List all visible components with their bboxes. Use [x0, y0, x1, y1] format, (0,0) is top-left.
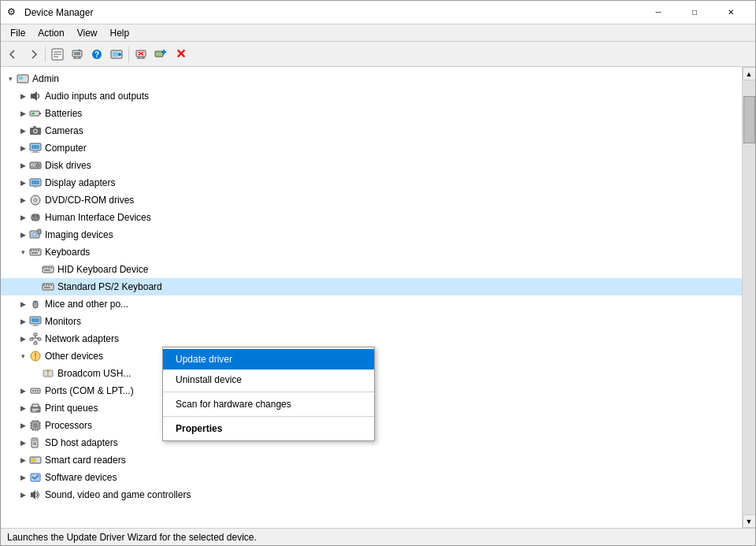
update-driver-button[interactable] — [68, 45, 87, 64]
tree-item-batteries[interactable]: ▶ Batteries — [1, 105, 742, 122]
uninstall-button[interactable] — [132, 45, 150, 64]
context-menu-scan-hardware[interactable]: Scan for hardware changes — [163, 394, 374, 414]
tree-item-software-devices[interactable]: ▶ Software devices — [1, 469, 742, 486]
maximize-button[interactable]: □ — [676, 1, 713, 24]
imaging-icon — [29, 228, 42, 241]
add-device-button[interactable] — [151, 45, 170, 64]
menu-action[interactable]: Action — [32, 26, 70, 40]
menu-view[interactable]: View — [71, 26, 104, 40]
scroll-thumb[interactable] — [743, 96, 755, 143]
tree-item-hid-keyboard[interactable]: ▶ HID Keyboard Device — [1, 261, 742, 278]
svg-rect-61 — [43, 267, 45, 269]
context-menu-properties[interactable]: Properties — [163, 418, 374, 439]
expand-network[interactable]: ▶ — [17, 332, 29, 345]
tree-item-cameras[interactable]: ▶ Cameras — [1, 122, 742, 139]
tree-view[interactable]: ▾ Admin ▶ Audio inputs and outputs ▶ — [1, 67, 742, 528]
expand-processors[interactable]: ▶ — [17, 419, 29, 432]
expand-sound-video[interactable]: ▶ — [17, 488, 29, 501]
tree-item-computer[interactable]: ▶ Computer — [1, 139, 742, 157]
tree-label-admin: Admin — [32, 73, 59, 84]
menu-file[interactable]: File — [4, 26, 32, 40]
toolbar-sep-2 — [128, 46, 129, 62]
expand-keyboards[interactable]: ▾ — [17, 246, 29, 258]
expand-software-devices[interactable]: ▶ — [17, 471, 29, 484]
tree-item-admin[interactable]: ▾ Admin — [1, 70, 742, 87]
expand-disk-drives[interactable]: ▶ — [17, 159, 29, 172]
expand-other-devices[interactable]: ▾ — [17, 350, 29, 362]
tree-item-dvd[interactable]: ▶ DVD/CD-ROM drives — [1, 191, 742, 209]
tree-item-disk-drives[interactable]: ▶ Disk drives — [1, 157, 742, 174]
sd-host-icon — [29, 436, 42, 449]
svg-rect-98 — [32, 410, 36, 411]
context-menu: Update driver Uninstall device Scan for … — [162, 347, 375, 441]
tree-item-network[interactable]: ▶ Network adapters — [1, 330, 742, 347]
window-controls: ─ □ ✕ — [640, 1, 749, 24]
minimize-button[interactable]: ─ — [640, 1, 676, 24]
svg-marker-122 — [31, 490, 35, 500]
expand-hid[interactable]: ▶ — [17, 211, 29, 224]
properties-button[interactable] — [48, 45, 67, 64]
scroll-track[interactable] — [743, 80, 756, 514]
expand-dvd[interactable]: ▶ — [17, 194, 29, 206]
tree-item-audio[interactable]: ▶ Audio inputs and outputs — [1, 87, 742, 105]
context-menu-uninstall-device[interactable]: Uninstall device — [163, 370, 374, 390]
status-bar: Launches the Update Driver Wizard for th… — [1, 528, 755, 545]
expand-computer[interactable]: ▶ — [17, 142, 29, 154]
expand-smart-card[interactable]: ▶ — [17, 454, 29, 466]
close-button[interactable]: ✕ — [713, 1, 749, 24]
svg-text:?: ? — [94, 50, 99, 59]
toolbar: ? — [1, 42, 755, 67]
back-button[interactable] — [4, 45, 23, 64]
svg-text:!: ! — [46, 369, 49, 377]
network-icon — [29, 332, 42, 345]
scroll-up-arrow[interactable]: ▲ — [743, 67, 756, 80]
expand-sd-host[interactable]: ▶ — [17, 436, 29, 449]
scrollbar[interactable]: ▲ ▼ — [742, 67, 755, 528]
context-menu-update-driver[interactable]: Update driver — [163, 349, 374, 370]
expand-cameras[interactable]: ▶ — [17, 124, 29, 137]
tree-label-ps2-keyboard: Standard PS/2 Keyboard — [57, 281, 162, 292]
svg-point-92 — [32, 390, 34, 392]
tree-label-sound-video: Sound, video and game controllers — [45, 489, 191, 500]
svg-rect-65 — [44, 269, 50, 271]
tree-item-ps2-keyboard[interactable]: ▶ Standard PS/2 Keyboard — [1, 278, 742, 295]
tree-item-keyboards[interactable]: ▾ Keyboards — [1, 243, 742, 261]
remove-device-button[interactable]: ✕ — [171, 45, 190, 64]
svg-rect-27 — [39, 113, 41, 114]
expand-display-adapters[interactable]: ▶ — [17, 176, 29, 189]
tree-label-sd-host: SD host adapters — [45, 437, 118, 448]
batteries-icon — [29, 107, 42, 120]
title-bar: ⚙ Device Manager ─ □ ✕ — [1, 1, 755, 24]
tree-item-hid[interactable]: ▶ Human Interface Devices — [1, 209, 742, 226]
scan-hardware-button[interactable] — [107, 45, 126, 64]
tree-item-smart-card[interactable]: ▶ Smart card readers — [1, 451, 742, 469]
svg-rect-55 — [31, 250, 32, 251]
expand-ports[interactable]: ▶ — [17, 384, 29, 397]
scroll-down-arrow[interactable]: ▼ — [743, 514, 756, 528]
svg-point-52 — [33, 233, 36, 236]
expand-mice[interactable]: ▶ — [17, 298, 29, 310]
tree-item-mice[interactable]: ▶ Mice and other po... — [1, 295, 742, 313]
expand-audio[interactable]: ▶ — [17, 90, 29, 102]
svg-rect-70 — [50, 284, 52, 286]
svg-rect-5 — [74, 52, 80, 55]
svg-rect-32 — [33, 126, 36, 128]
menu-help[interactable]: Help — [104, 26, 136, 40]
svg-rect-59 — [32, 252, 38, 254]
expand-print-queues[interactable]: ▶ — [17, 402, 29, 414]
tree-item-display-adapters[interactable]: ▶ Display adapters — [1, 174, 742, 191]
tree-item-imaging[interactable]: ▶ Imaging devices — [1, 226, 742, 243]
svg-rect-34 — [32, 145, 39, 149]
svg-rect-43 — [34, 186, 37, 188]
expand-batteries[interactable]: ▶ — [17, 107, 29, 120]
tree-label-print-queues: Print queues — [45, 403, 98, 414]
help-button[interactable]: ? — [87, 45, 106, 64]
svg-rect-57 — [35, 250, 37, 251]
expand-admin[interactable]: ▾ — [4, 72, 17, 85]
expand-imaging[interactable]: ▶ — [17, 228, 29, 241]
tree-item-sound-video[interactable]: ▶ Sound, video and game controllers — [1, 486, 742, 503]
forward-button[interactable] — [24, 45, 43, 64]
tree-item-monitors[interactable]: ▶ Monitors — [1, 313, 742, 330]
expand-monitors[interactable]: ▶ — [17, 315, 29, 328]
context-uninstall-label: Uninstall device — [176, 374, 242, 385]
